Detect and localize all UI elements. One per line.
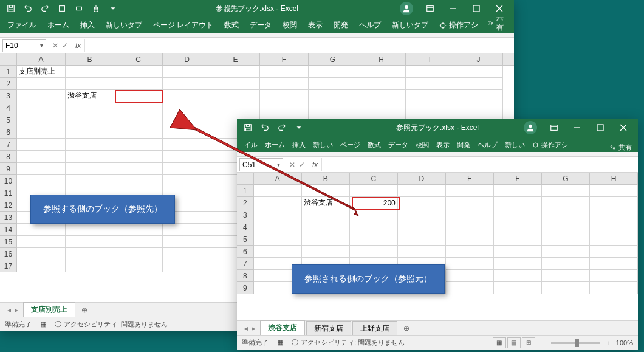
row-header[interactable]: 9 — [237, 282, 254, 294]
tab-new2[interactable]: 新しい — [504, 138, 526, 152]
cell[interactable] — [114, 139, 163, 151]
tab-new1[interactable]: 新しいタブ — [104, 18, 143, 33]
maximize-icon[interactable] — [589, 120, 611, 135]
column-header[interactable]: I — [406, 53, 454, 65]
row-header[interactable]: 2 — [237, 197, 254, 209]
qat-more-icon[interactable] — [292, 120, 306, 135]
row-header[interactable]: 1 — [0, 66, 17, 78]
cell[interactable] — [114, 236, 163, 248]
zoom-in-icon[interactable]: + — [606, 339, 609, 347]
cell[interactable] — [163, 102, 211, 114]
zoom-level[interactable]: 100% — [616, 339, 633, 347]
cell[interactable] — [66, 139, 114, 151]
cancel-formula-icon[interactable]: ✕ — [289, 160, 295, 169]
cell[interactable] — [494, 185, 542, 197]
cell[interactable] — [398, 209, 446, 221]
column-header[interactable]: F — [494, 173, 542, 184]
cell[interactable] — [357, 66, 406, 78]
view-break-icon[interactable]: ⊞ — [522, 337, 535, 348]
row-header[interactable]: 6 — [237, 246, 254, 258]
cell[interactable] — [66, 151, 114, 163]
row-header[interactable]: 12 — [0, 199, 17, 212]
sheet-tab-ueno[interactable]: 上野支店 — [352, 321, 397, 336]
cell[interactable] — [163, 151, 211, 163]
cell[interactable] — [66, 163, 114, 175]
cell[interactable] — [494, 282, 542, 294]
column-header[interactable]: H — [357, 53, 406, 65]
cell[interactable] — [17, 78, 66, 90]
column-header[interactable]: J — [454, 53, 503, 65]
enter-formula-icon[interactable]: ✓ — [62, 41, 68, 50]
redo-icon[interactable] — [275, 120, 289, 135]
qat-item-icon[interactable] — [55, 1, 69, 16]
cell[interactable] — [17, 102, 66, 114]
tab-file[interactable]: ファイル — [6, 18, 38, 33]
cell[interactable] — [309, 102, 357, 114]
row-header[interactable]: 2 — [0, 78, 17, 90]
tab-insert[interactable]: 挿入 — [291, 138, 307, 152]
cancel-formula-icon[interactable]: ✕ — [52, 41, 58, 50]
cell[interactable] — [302, 221, 350, 233]
view-page-icon[interactable]: ▤ — [507, 337, 521, 348]
cell[interactable] — [542, 270, 590, 282]
tab-formula[interactable]: 数式 — [366, 138, 382, 152]
tab-new2[interactable]: 新しいタブ — [391, 18, 430, 33]
fx-icon[interactable]: fx — [72, 41, 84, 50]
cell[interactable] — [446, 233, 494, 246]
cell[interactable] — [350, 185, 398, 197]
cell[interactable] — [260, 78, 309, 90]
row-header[interactable]: 7 — [237, 258, 254, 270]
cell[interactable] — [350, 233, 398, 246]
cell[interactable] — [163, 114, 211, 126]
tab-file[interactable]: イル — [243, 138, 259, 152]
cell[interactable] — [66, 102, 114, 114]
cell[interactable] — [357, 102, 406, 114]
cell[interactable] — [66, 114, 114, 126]
cell[interactable] — [357, 90, 406, 102]
cell[interactable] — [163, 78, 211, 90]
cell[interactable] — [114, 102, 163, 114]
column-header[interactable]: G — [309, 53, 357, 65]
chevron-down-icon[interactable]: ▾ — [40, 42, 43, 49]
tab-dev[interactable]: 開発 — [332, 18, 349, 33]
cell[interactable] — [302, 209, 350, 221]
fx-icon[interactable]: fx — [309, 160, 321, 169]
cell[interactable] — [494, 246, 542, 258]
column-header[interactable]: B — [66, 53, 114, 65]
tab-help[interactable]: ヘルプ — [358, 18, 382, 33]
cell[interactable] — [211, 90, 260, 102]
cell[interactable] — [398, 221, 446, 233]
cell[interactable] — [254, 209, 302, 221]
cell[interactable] — [114, 163, 163, 175]
column-header[interactable]: A — [17, 53, 66, 65]
zoom-out-icon[interactable]: − — [541, 339, 545, 347]
undo-icon[interactable] — [21, 1, 35, 16]
cell[interactable] — [494, 233, 542, 246]
user-avatar-icon[interactable] — [524, 121, 537, 134]
name-box[interactable]: C51▾ — [239, 158, 283, 171]
sheet-tab-shibuya[interactable]: 渋谷支店 — [260, 320, 305, 336]
cell[interactable] — [446, 185, 494, 197]
tab-data[interactable]: データ — [248, 18, 273, 33]
cell[interactable] — [114, 224, 163, 236]
cell[interactable] — [398, 197, 446, 209]
enter-formula-icon[interactable]: ✓ — [299, 160, 305, 169]
sheet-prev-icon[interactable]: ◂ — [244, 324, 248, 333]
cell[interactable] — [17, 175, 66, 187]
qat-item-icon[interactable] — [72, 1, 86, 16]
cell[interactable]: 渋谷支店 — [302, 197, 350, 209]
cell[interactable] — [542, 258, 590, 270]
tab-review[interactable]: 校閲 — [281, 18, 298, 33]
cell[interactable] — [163, 126, 211, 139]
cell[interactable] — [66, 236, 114, 248]
formula-input[interactable] — [84, 39, 514, 52]
row-header[interactable]: 4 — [237, 221, 254, 233]
cell[interactable] — [406, 90, 454, 102]
cell[interactable] — [163, 66, 211, 78]
row-header[interactable]: 14 — [0, 224, 17, 236]
cell[interactable] — [254, 185, 302, 197]
row-header[interactable]: 8 — [237, 270, 254, 282]
cell[interactable] — [302, 185, 350, 197]
cell[interactable] — [17, 139, 66, 151]
save-icon[interactable] — [4, 1, 18, 16]
